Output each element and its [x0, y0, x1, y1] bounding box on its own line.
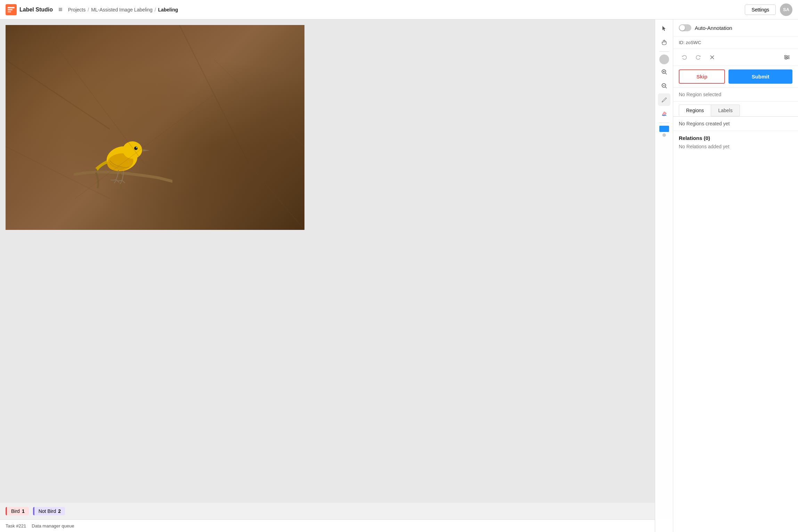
settings-tool-button[interactable]	[781, 52, 792, 63]
label-bird-name: Bird	[11, 508, 20, 514]
settings-button[interactable]: Settings	[745, 5, 776, 15]
breadcrumb-sep1: /	[88, 7, 89, 13]
eraser-tool-button[interactable]	[658, 107, 670, 120]
svg-line-13	[75, 94, 214, 199]
label-bird-count: 1	[22, 508, 25, 514]
eraser-icon	[661, 110, 667, 117]
tool-sidebar	[655, 19, 673, 532]
tab-regions[interactable]: Regions	[679, 105, 711, 116]
breadcrumb-current: Labeling	[158, 7, 178, 13]
main-layout: Bird 1 Not Bird 2 Task #221 Data manager…	[0, 19, 798, 532]
svg-point-30	[785, 58, 787, 59]
relations-title: Relations (0)	[679, 135, 792, 141]
header-actions: Settings SA	[745, 3, 792, 16]
label-notbird-count: 2	[58, 508, 61, 514]
logo: Label Studio	[6, 4, 53, 15]
zoom-in-icon	[661, 69, 667, 75]
select-tool-button[interactable]	[658, 22, 670, 35]
undo-button[interactable]	[679, 52, 690, 63]
svg-line-9	[6, 60, 110, 129]
canvas-area: Bird 1 Not Bird 2 Task #221 Data manager…	[0, 19, 673, 532]
task-id: Task #221	[6, 523, 26, 529]
zoom-out-icon	[661, 83, 667, 89]
image-container	[0, 19, 673, 503]
tab-labels[interactable]: Labels	[711, 105, 740, 116]
queue-info: Data manager queue	[32, 523, 74, 529]
app-title: Label Studio	[19, 7, 53, 13]
svg-line-10	[40, 25, 145, 164]
brush-tool-button[interactable]	[658, 93, 670, 106]
redo-icon	[695, 55, 701, 60]
panel-actions: Skip Submit	[673, 66, 798, 88]
svg-line-21	[665, 87, 667, 89]
annotation-id: ID: zoSWC	[673, 36, 798, 49]
panel-toolbar	[673, 49, 798, 66]
zoom-out-button[interactable]	[658, 80, 670, 92]
zoom-in-button[interactable]	[658, 66, 670, 78]
no-relations-text: No Relations added yet	[679, 144, 792, 149]
cursor-icon	[661, 25, 667, 32]
svg-rect-3	[8, 11, 11, 13]
svg-rect-1	[8, 7, 15, 8]
status-bar: Task #221 Data manager queue	[0, 519, 673, 532]
relations-section: Relations (0) No Relations added yet	[673, 131, 798, 153]
tool-divider-2	[659, 123, 669, 123]
brush-icon	[661, 97, 667, 103]
close-icon	[710, 55, 715, 60]
svg-line-12	[214, 60, 304, 147]
label-chip-notbird[interactable]: Not Bird 2	[33, 507, 65, 515]
svg-point-29	[787, 57, 788, 58]
breadcrumb-sep2: /	[155, 7, 156, 13]
skip-button[interactable]: Skip	[679, 69, 725, 84]
label-studio-logo-icon	[6, 4, 17, 15]
submit-button[interactable]: Submit	[728, 69, 792, 84]
labeling-image[interactable]	[6, 25, 304, 230]
label-notbird-name: Not Bird	[39, 508, 56, 514]
svg-line-15	[249, 164, 304, 230]
breadcrumb-projects[interactable]: Projects	[68, 7, 86, 13]
close-annotation-button[interactable]	[707, 52, 718, 63]
svg-rect-2	[8, 9, 13, 10]
svg-line-14	[6, 147, 110, 199]
redo-button[interactable]	[693, 52, 704, 63]
breadcrumb-project[interactable]: ML-Assisted Image Labeling	[91, 7, 153, 13]
undo-icon	[682, 55, 687, 60]
panel-tabs: Regions Labels	[673, 102, 798, 117]
no-region-selected: No Region selected	[673, 88, 798, 102]
no-regions-text: No Regions created yet	[673, 117, 798, 131]
color-swatch[interactable]	[659, 126, 669, 132]
tool-divider-1	[659, 51, 669, 52]
avatar[interactable]: SA	[780, 3, 792, 16]
auto-annotation-section: Auto-Annotation	[673, 19, 798, 36]
extra-dot	[662, 133, 666, 137]
right-panel: Auto-Annotation ID: zoSWC	[673, 19, 798, 532]
svg-point-28	[785, 55, 786, 57]
svg-line-17	[665, 73, 667, 75]
background-texture	[6, 25, 304, 230]
labels-bar: Bird 1 Not Bird 2	[0, 503, 673, 519]
breadcrumb: Projects / ML-Assisted Image Labeling / …	[68, 7, 178, 13]
header: Label Studio ≡ Projects / ML-Assisted Im…	[0, 0, 798, 19]
menu-icon[interactable]: ≡	[58, 6, 63, 14]
sliders-icon	[784, 55, 790, 60]
zoom-circle	[659, 55, 669, 64]
label-chip-bird[interactable]: Bird 1	[6, 507, 29, 515]
toggle-knob	[679, 25, 685, 31]
pan-tool-button[interactable]	[658, 36, 670, 49]
auto-annotation-toggle[interactable]	[679, 24, 691, 31]
hand-icon	[661, 39, 667, 45]
auto-annotation-label: Auto-Annotation	[695, 25, 732, 31]
